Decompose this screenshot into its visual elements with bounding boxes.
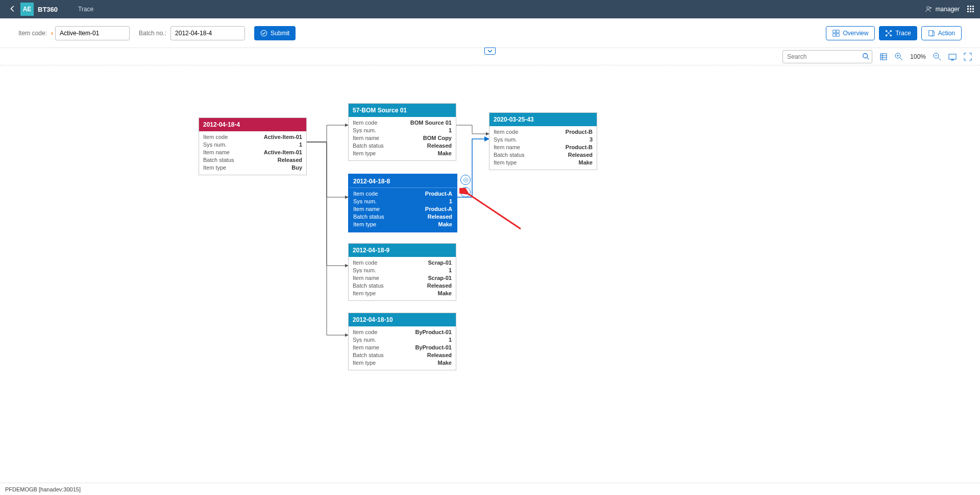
submit-button[interactable]: Submit [254,26,296,40]
svg-rect-1 [967,6,969,7]
svg-rect-5 [970,8,971,10]
list-icon[interactable] [879,53,888,61]
svg-rect-13 [833,33,836,36]
apps-grid-icon[interactable] [967,5,975,13]
app-title: BT360 [38,6,58,13]
svg-rect-7 [967,11,969,12]
svg-rect-19 [928,30,933,36]
svg-rect-8 [970,11,971,12]
item-code-label: Item code: [18,30,47,37]
flow-node-root[interactable]: 2012-04-18-4 Item codeActive-Item-01 Sys… [199,117,307,175]
svg-rect-12 [837,30,839,32]
item-code-input[interactable] [55,26,130,40]
topbar: AE BT360 Trace manager [0,0,980,18]
svg-rect-3 [972,6,974,7]
batch-no-label: Batch no.: [139,30,166,37]
node-title: 2012-04-18-8 [353,178,390,185]
zoom-out-icon[interactable] [933,53,941,61]
svg-rect-27 [464,191,467,194]
fullscreen-icon[interactable] [964,53,972,61]
svg-rect-9 [972,11,974,12]
back-button[interactable] [5,4,20,15]
flow-canvas[interactable]: 2012-04-18-4 Item codeActive-Item-01 Sys… [0,65,980,483]
node-action-navigate-icon[interactable] [460,187,471,197]
flow-node[interactable]: 2020-03-25-43 Item codeProduct-B Sys num… [489,112,597,170]
app-logo: AE [20,3,34,16]
node-action-collapse-icon[interactable] [460,175,471,185]
search-icon[interactable] [862,53,869,61]
node-title: 57-BOM Source 01 [353,107,407,114]
svg-rect-14 [837,33,839,36]
node-title: 2012-04-18-4 [203,121,240,128]
flow-node[interactable]: 2012-04-18-10 Item codeByProduct-01 Sys … [348,313,456,370]
svg-point-0 [926,7,929,9]
svg-rect-6 [972,8,974,10]
node-title: 2012-04-18-9 [353,247,389,254]
item-code-link-icon[interactable]: › [51,30,53,37]
user-name: manager [936,6,960,13]
zoom-in-icon[interactable] [895,53,903,61]
svg-point-20 [863,53,868,58]
zoom-level: 100% [910,53,926,60]
status-text: PFDEMOGB [hanadev:30015] [5,486,81,492]
action-button[interactable]: Action [921,26,962,40]
svg-rect-24 [949,54,956,59]
filterbar: Item code: › Batch no.: Submit Overview … [0,18,980,48]
status-bar: PFDEMOGB [hanadev:30015] [0,483,980,495]
trace-button[interactable]: Trace [879,26,917,40]
search-input[interactable] [782,50,872,63]
user-menu[interactable]: manager [925,6,960,13]
breadcrumb-tab[interactable]: Trace [78,6,93,13]
node-title: 2012-04-18-10 [353,316,393,323]
svg-rect-21 [880,54,887,60]
svg-rect-4 [967,8,969,10]
flow-node[interactable]: 2012-04-18-9 Item codeScrap-01 Sys num.1… [348,243,456,301]
flow-node-selected[interactable]: 2012-04-18-8 Item codeProduct-A Sys num.… [348,174,457,232]
node-title: 2020-03-25-43 [494,116,534,123]
svg-rect-11 [833,30,836,32]
svg-rect-25 [951,59,953,60]
flow-node[interactable]: 57-BOM Source 01 Item codeBOM Source 01 … [348,103,456,161]
batch-no-input[interactable] [170,26,245,40]
svg-rect-2 [970,6,971,7]
fit-screen-icon[interactable] [948,53,957,61]
overview-button[interactable]: Overview [826,26,875,40]
expand-handle[interactable] [484,48,496,55]
